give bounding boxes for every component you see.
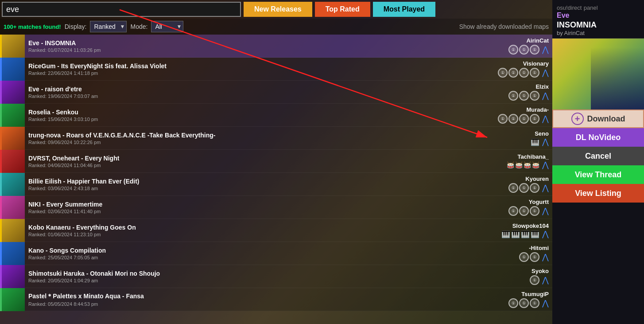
difficulty-area: Elzix ①①① ⋀ <box>469 83 549 101</box>
song-title: Pastel＊Palettes x Minato Aqua - Fansa <box>28 293 466 301</box>
diff-drum-icon: 🥁 <box>507 161 514 168</box>
song-info: trung-nova - Roars of V.E.N.G.E.A.N.C.E … <box>25 130 469 147</box>
expand-icon[interactable]: ⋀ <box>542 230 549 238</box>
download-plus-icon: + <box>571 113 584 125</box>
expand-icon[interactable]: ⋀ <box>542 115 549 123</box>
mode-select[interactable]: All osu! Taiko Catch Mania <box>151 21 183 32</box>
dl-novideo-button[interactable]: DL NoVideo <box>552 128 644 147</box>
diff-circle: ① <box>519 91 529 101</box>
diff-circle: ① <box>530 206 539 216</box>
mapper-name: TsumugiP <box>521 291 549 297</box>
song-list-item[interactable]: Kobo Kanaeru - Everything Goes On Ranked… <box>0 219 552 242</box>
display-select-wrapper: Ranked Loved All ▼ <box>90 21 127 32</box>
song-list: Eve - INSOMNIA Ranked: 01/07/2024 11:03:… <box>0 35 552 324</box>
song-date: Ranked: 03/06/2024 2:43:18 am <box>28 186 466 191</box>
song-list-item[interactable]: Shimotsuki Haruka - Otonaki Mori no Shou… <box>0 265 552 288</box>
song-thumbnail <box>2 242 25 265</box>
song-thumbnail <box>2 196 25 219</box>
mapper-name: Seno <box>535 130 549 137</box>
mapper-name: Kyouren <box>525 176 549 182</box>
song-info: Roselia - Senkou Ranked: 15/06/2024 3:03… <box>25 107 469 124</box>
diff-drum-icon: 🥁 <box>524 161 531 168</box>
mode-select-wrapper: All osu! Taiko Catch Mania ▼ <box>151 21 183 32</box>
difficulty-icons: ①①① ⋀ <box>508 45 549 55</box>
song-list-item[interactable]: trung-nova - Roars of V.E.N.G.E.A.N.C.E … <box>0 127 552 150</box>
song-list-item[interactable]: DVRST, Oneheart - Every Night Ranked: 04… <box>0 150 552 173</box>
view-listing-button[interactable]: View Listing <box>552 184 644 203</box>
expand-icon[interactable]: ⋀ <box>542 207 549 215</box>
diff-piano-icon: 🎹 <box>531 230 539 238</box>
diff-piano-icon: 🎹 <box>531 138 539 146</box>
song-list-item[interactable]: Pastel＊Palettes x Minato Aqua - Fansa Ra… <box>0 288 552 311</box>
expand-icon[interactable]: ⋀ <box>542 161 549 169</box>
dl-novideo-label: DL NoVideo <box>576 133 621 142</box>
show-downloaded-toggle[interactable]: Show already downloaded maps <box>459 23 549 30</box>
download-button[interactable]: + Download <box>552 109 644 128</box>
expand-icon[interactable]: ⋀ <box>542 92 549 100</box>
song-title: DVRST, Oneheart - Every Night <box>28 155 466 162</box>
difficulty-icons: ①① ⋀ <box>519 252 549 262</box>
panel-character <box>591 47 644 109</box>
difficulty-area: Seno 🎹 ⋀ <box>469 130 549 146</box>
diff-piano-icon: 🎹 <box>501 230 510 238</box>
difficulty-icons: ①①①① ⋀ <box>498 114 549 124</box>
expand-icon[interactable]: ⋀ <box>542 299 549 307</box>
diff-circle: ① <box>508 183 518 193</box>
song-date: Ranked: 01/07/2024 11:03:26 pm <box>28 47 466 53</box>
song-info: Kobo Kanaeru - Everything Goes On Ranked… <box>25 222 469 239</box>
difficulty-icons: ①①①① ⋀ <box>498 68 549 78</box>
search-input[interactable] <box>2 2 241 17</box>
tab-top-rated[interactable]: Top Rated <box>315 2 370 17</box>
expand-icon[interactable]: ⋀ <box>542 184 549 192</box>
mapper-name: Slowpoke104 <box>512 223 549 229</box>
song-list-item[interactable]: RiceGum - Its EveryNight Sis feat. Aliss… <box>0 58 552 81</box>
expand-icon[interactable]: ⋀ <box>542 276 549 284</box>
panel-label: panel <box>584 4 598 11</box>
difficulty-area: Kyouren ①①① ⋀ <box>469 176 549 193</box>
song-date: Ranked: 02/06/2024 11:41:40 pm <box>28 209 466 214</box>
difficulty-area: Yogurtt ①①① ⋀ <box>469 199 549 216</box>
diff-circle: ① <box>508 298 518 308</box>
mode-label: Mode: <box>130 23 147 30</box>
song-thumbnail <box>2 265 25 288</box>
mapper-name: Yogurtt <box>529 199 549 205</box>
diff-circle: ① <box>530 183 539 193</box>
difficulty-area: AirinCat ①①① ⋀ <box>469 37 549 55</box>
song-list-item[interactable]: Roselia - Senkou Ranked: 15/06/2024 3:03… <box>0 104 552 127</box>
difficulty-icons: ① ⋀ <box>530 275 549 285</box>
difficulty-icons: 🎹 ⋀ <box>531 138 549 146</box>
diff-circle: ① <box>508 91 518 101</box>
song-date: Ranked: 15/06/2024 3:03:10 pm <box>28 117 466 122</box>
tab-most-played[interactable]: Most Played <box>373 2 435 17</box>
diff-circle: ① <box>530 68 539 78</box>
song-date: Ranked: 04/06/2024 11:04:46 pm <box>28 163 466 168</box>
top-bar: New Releases Top Rated Most Played <box>0 0 552 19</box>
diff-circle: ① <box>530 114 539 124</box>
difficulty-area: Visionary ①①①① ⋀ <box>469 60 549 78</box>
download-label: Download <box>587 114 625 124</box>
song-list-item[interactable]: Eve - INSOMNIA Ranked: 01/07/2024 11:03:… <box>0 35 552 58</box>
diff-drum-icon: 🥁 <box>515 161 523 168</box>
diff-circle: ① <box>508 114 518 124</box>
cancel-button[interactable]: Cancel <box>552 147 644 165</box>
song-info: Pastel＊Palettes x Minato Aqua - Fansa Ra… <box>25 291 469 308</box>
expand-icon[interactable]: ⋀ <box>542 138 549 146</box>
expand-icon[interactable]: ⋀ <box>542 46 549 54</box>
difficulty-area: -Hitomi ①① ⋀ <box>469 245 549 262</box>
expand-icon[interactable]: ⋀ <box>542 253 549 261</box>
song-list-item[interactable]: Kano - Songs Compilation Ranked: 25/05/2… <box>0 242 552 265</box>
song-list-item[interactable]: NIKI - Every Summertime Ranked: 02/06/20… <box>0 196 552 219</box>
view-thread-button[interactable]: View Thread <box>552 165 644 184</box>
display-select[interactable]: Ranked Loved All <box>90 21 127 32</box>
panel-artist: Eve <box>557 12 640 20</box>
diff-circle: ① <box>519 183 529 193</box>
song-thumbnail <box>2 81 25 104</box>
song-list-item[interactable]: Eve - raison d'etre Ranked: 19/06/2024 7… <box>0 81 552 104</box>
diff-circle: ① <box>508 206 518 216</box>
diff-circle: ① <box>519 114 529 124</box>
mapper-name: Syoko <box>531 268 549 274</box>
song-list-item[interactable]: Billie Eilish - Happier Than Ever (Edit)… <box>0 173 552 196</box>
expand-icon[interactable]: ⋀ <box>542 69 549 77</box>
tab-new-releases[interactable]: New Releases <box>244 2 312 17</box>
diff-circle: ① <box>530 45 539 55</box>
